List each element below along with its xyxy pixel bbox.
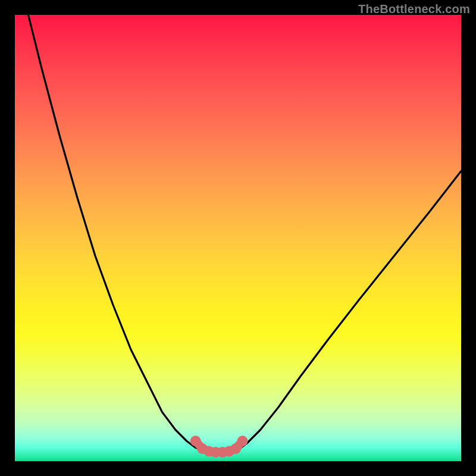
curve-right-branch	[238, 171, 461, 450]
bottleneck-curve-svg	[15, 15, 461, 461]
attribution-text: TheBottleneck.com	[358, 2, 470, 16]
chart-frame: TheBottleneck.com	[0, 0, 476, 476]
valley-markers	[190, 436, 248, 458]
curve-left-branch	[29, 15, 203, 450]
plot-area	[15, 15, 461, 461]
valley-marker	[237, 436, 248, 446]
